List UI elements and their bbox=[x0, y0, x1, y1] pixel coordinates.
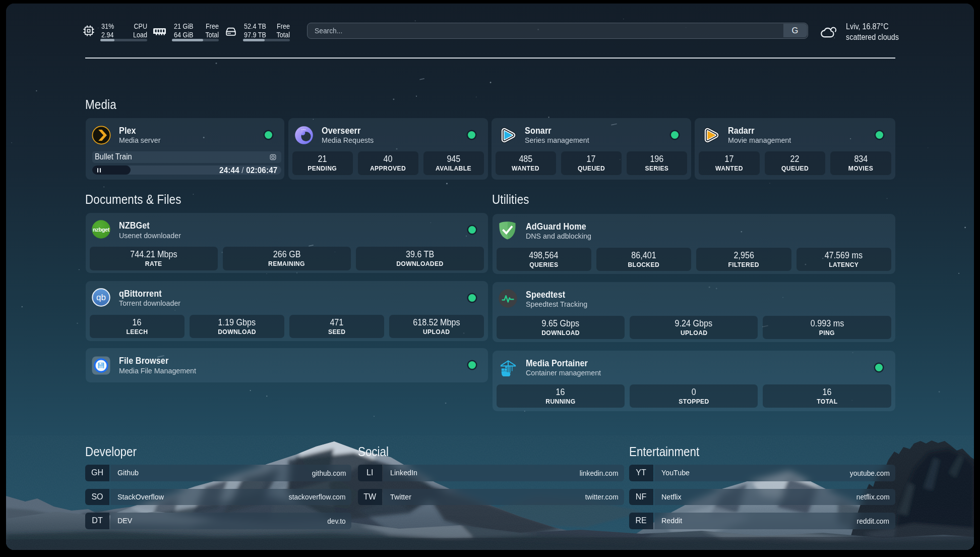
svg-text:qb: qb bbox=[96, 293, 106, 302]
svg-text:nzbget: nzbget bbox=[92, 227, 109, 233]
